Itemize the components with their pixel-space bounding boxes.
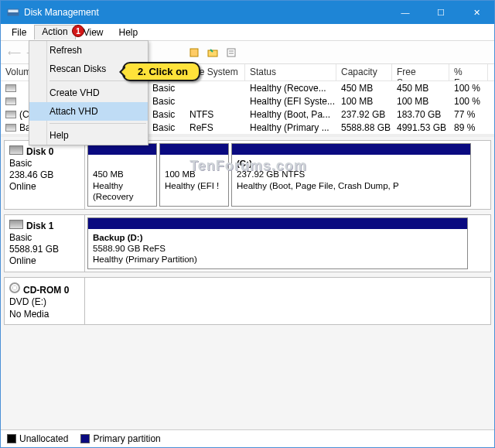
minimize-button[interactable]: — <box>387 1 423 24</box>
titlebar[interactable]: Disk Management — ☐ ✕ <box>1 1 494 24</box>
annotation-callout-2: 2. Click on <box>122 62 200 81</box>
menubar: File Action View Help 1 Refresh Rescan D… <box>1 24 494 41</box>
column-header[interactable]: Free Space <box>392 64 449 80</box>
disk-body <box>85 278 490 324</box>
volume-cell: Healthy (Recove... <box>245 82 336 94</box>
disk-header: Disk 0Basic238.46 GBOnline <box>5 141 85 209</box>
volume-cell: 100 MB <box>336 95 392 108</box>
volume-cell: 183.70 GB <box>392 108 449 121</box>
back-button: ⟵ <box>5 44 22 61</box>
refresh-icon[interactable] <box>186 44 203 61</box>
disk-graphical-view[interactable]: Disk 0Basic238.46 GBOnline450 MBHealthy … <box>1 137 494 429</box>
annotation-badge-1: 1 <box>72 25 84 37</box>
disk-header: Disk 1Basic5588.91 GBOnline <box>5 215 85 272</box>
menu-help-item[interactable]: Help <box>29 126 148 145</box>
volume-cell: 77 % <box>449 108 488 121</box>
volume-cell: Healthy (EFI Syste... <box>245 95 336 108</box>
svg-rect-4 <box>227 49 235 56</box>
disk-row[interactable]: CD-ROM 0DVD (E:)No Media <box>4 277 491 325</box>
volume-cell: 100 % <box>449 95 488 108</box>
disk-body: Backup (D:)5588.90 GB ReFSHealthy (Prima… <box>85 215 490 272</box>
svg-rect-1 <box>8 12 19 15</box>
menu-attach-vhd[interactable]: Attach VHD <box>29 102 148 121</box>
volume-cell: 100 % <box>449 82 488 94</box>
column-header[interactable]: % Free <box>449 64 488 80</box>
folder-icon[interactable] <box>204 44 221 61</box>
volume-cell: 89 % <box>449 121 488 134</box>
volume-cell <box>185 87 245 89</box>
close-button[interactable]: ✕ <box>459 1 494 24</box>
menu-action[interactable]: Action <box>34 25 75 39</box>
svg-rect-2 <box>190 49 198 56</box>
disk-management-window: Disk Management — ☐ ✕ File Action View H… <box>0 0 495 448</box>
legend-item: Unallocated <box>7 433 68 444</box>
partition[interactable]: Backup (D:)5588.90 GB ReFSHealthy (Prima… <box>87 217 468 269</box>
app-icon <box>7 6 19 19</box>
column-header[interactable]: Capacity <box>336 64 392 80</box>
maximize-button[interactable]: ☐ <box>423 1 459 24</box>
column-header[interactable]: Status <box>245 64 336 80</box>
volume-cell: Basic <box>148 95 185 108</box>
menu-help[interactable]: Help <box>111 26 146 39</box>
menu-refresh[interactable]: Refresh <box>29 41 148 60</box>
partition[interactable]: 450 MBHealthy (Recovery <box>87 143 157 207</box>
volume-cell: NTFS <box>185 108 245 121</box>
action-menu-dropdown: Refresh Rescan Disks Create VHD Attach V… <box>29 40 148 145</box>
volume-cell: Healthy (Primary ... <box>245 121 336 134</box>
window-title: Disk Management <box>24 7 387 18</box>
disk-header: CD-ROM 0DVD (E:)No Media <box>5 278 85 324</box>
menu-separator <box>50 123 146 124</box>
disk-row[interactable]: Disk 1Basic5588.91 GBOnlineBackup (D:)55… <box>4 214 491 272</box>
volume-cell: 450 MB <box>392 82 449 94</box>
volume-cell: Basic <box>148 82 185 94</box>
volume-cell <box>185 101 245 102</box>
volume-cell: 100 MB <box>392 95 449 108</box>
volume-cell: Healthy (Boot, Pa... <box>245 108 336 121</box>
volume-cell: 237.92 GB <box>336 108 392 121</box>
disk-body: 450 MBHealthy (Recovery100 MBHealthy (EF… <box>85 141 490 209</box>
volume-cell: 4991.53 GB <box>392 121 449 134</box>
properties-icon[interactable] <box>223 44 240 61</box>
volume-cell: 450 MB <box>336 82 392 94</box>
partition[interactable]: 100 MBHealthy (EFI ! <box>159 143 229 207</box>
volume-cell: ReFS <box>185 121 245 134</box>
disk-row[interactable]: Disk 0Basic238.46 GBOnline450 MBHealthy … <box>4 140 491 210</box>
menu-file[interactable]: File <box>4 26 34 39</box>
menu-create-vhd[interactable]: Create VHD <box>29 84 148 102</box>
legend-item: Primary partition <box>80 433 160 444</box>
volume-cell: Basic <box>148 108 185 121</box>
volume-cell: 5588.88 GB <box>336 121 392 134</box>
legend: UnallocatedPrimary partition <box>1 429 494 447</box>
volume-cell: Basic <box>148 121 185 134</box>
partition[interactable]: (C:)237.92 GB NTFSHealthy (Boot, Page Fi… <box>231 143 471 207</box>
